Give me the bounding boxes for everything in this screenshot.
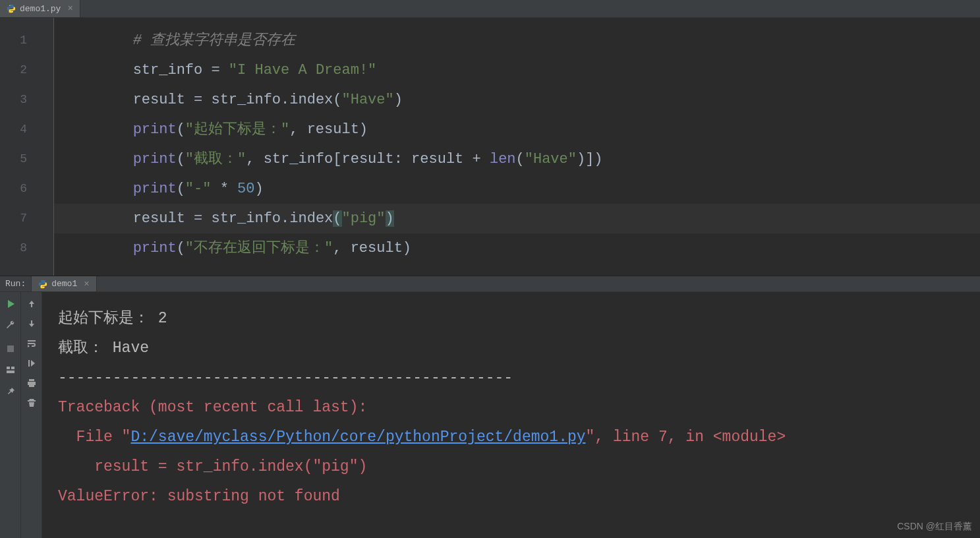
line-number: 5 — [0, 144, 27, 174]
svg-point-1 — [13, 11, 13, 12]
code-margin — [42, 18, 54, 276]
python-icon — [38, 280, 47, 289]
watermark: CSDN @红目香薰 — [897, 521, 972, 533]
console-line: 起始下标是： 2 — [58, 304, 967, 334]
run-tool-column-1 — [0, 292, 21, 538]
code-line[interactable]: str_info = "I Have A Dream!" — [63, 55, 980, 85]
close-icon[interactable]: × — [84, 279, 89, 289]
run-tool-column-2 — [21, 292, 42, 538]
console-output[interactable]: 起始下标是： 2截取： Have------------------------… — [42, 292, 980, 538]
soft-wrap-icon[interactable] — [26, 338, 37, 349]
run-header: Run: demo1 × — [0, 276, 980, 292]
line-number: 6 — [0, 174, 27, 204]
close-icon[interactable]: × — [67, 3, 72, 14]
traceback-file-link[interactable]: D:/save/myclass/Python/core/pythonProjec… — [130, 429, 585, 446]
down-arrow-icon[interactable] — [26, 318, 37, 329]
code-line[interactable]: result = str_info.index("Have") — [63, 85, 980, 115]
code-line[interactable]: result = str_info.index("pig") — [54, 204, 980, 233]
trash-icon[interactable] — [26, 398, 37, 408]
code-line[interactable]: # 查找某字符串是否存在 — [63, 26, 980, 55]
up-arrow-icon[interactable] — [26, 299, 37, 309]
console-line: 截取： Have — [58, 334, 967, 363]
code-line[interactable]: print("不存在返回下标是：", result) — [63, 233, 980, 263]
code-line[interactable]: print("起始下标是：", result) — [63, 115, 980, 144]
scroll-to-end-icon[interactable] — [26, 358, 37, 369]
svg-point-0 — [9, 5, 10, 6]
code-line[interactable]: print("-" * 50) — [63, 174, 980, 204]
line-number: 3 — [0, 85, 27, 115]
console-line: Traceback (most recent call last): — [58, 393, 967, 423]
svg-rect-2 — [7, 345, 14, 352]
code-body: 12345678 # 查找某字符串是否存在 str_info = "I Have… — [0, 18, 980, 276]
run-config-tab[interactable]: demo1 × — [31, 276, 96, 291]
console-line: ----------------------------------------… — [58, 363, 967, 393]
run-icon[interactable] — [5, 299, 16, 309]
file-tab-label: demo1.py — [20, 4, 61, 14]
svg-rect-3 — [7, 367, 10, 369]
wrench-icon[interactable] — [5, 320, 16, 330]
line-number: 8 — [0, 233, 27, 263]
run-panel: Run: demo1 × 起始下标是： 2截取： Have-----------… — [0, 276, 980, 538]
line-gutter: 12345678 — [0, 18, 42, 276]
layout-icon[interactable] — [5, 365, 16, 375]
file-tab-demo1[interactable]: demo1.py × — [0, 0, 80, 17]
python-file-icon — [7, 4, 16, 13]
stop-icon[interactable] — [5, 344, 16, 354]
line-number: 7 — [0, 204, 27, 233]
run-label: Run: — [0, 279, 31, 289]
svg-rect-4 — [11, 367, 14, 369]
line-number: 4 — [0, 115, 27, 144]
editor-area: demo1.py × 12345678 # 查找某字符串是否存在 str_inf… — [0, 0, 980, 276]
line-number: 1 — [0, 26, 27, 55]
run-body: 起始下标是： 2截取： Have------------------------… — [0, 292, 980, 538]
code-lines[interactable]: # 查找某字符串是否存在 str_info = "I Have A Dream!… — [54, 18, 980, 276]
run-tab-label: demo1 — [51, 279, 77, 289]
print-icon[interactable] — [26, 378, 37, 388]
editor-tab-bar: demo1.py × — [0, 0, 980, 18]
console-line: ValueError: substring not found — [58, 482, 967, 512]
console-line: File "D:/save/myclass/Python/core/python… — [58, 423, 967, 452]
console-line: result = str_info.index("pig") — [58, 452, 967, 482]
line-number: 2 — [0, 55, 27, 85]
code-line[interactable]: print("截取：", str_info[result: result + l… — [63, 144, 980, 174]
pin-icon[interactable] — [5, 386, 16, 396]
svg-rect-5 — [7, 371, 14, 373]
